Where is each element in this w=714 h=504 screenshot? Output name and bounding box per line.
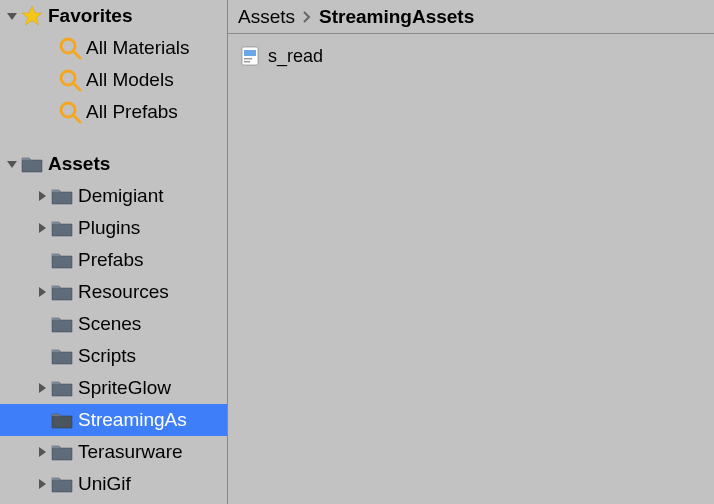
assets-item-label: SpriteGlow: [78, 377, 171, 399]
svg-marker-0: [7, 13, 17, 20]
folder-icon: [50, 344, 74, 368]
disclosure-down-icon[interactable]: [4, 156, 20, 172]
svg-line-5: [73, 83, 80, 90]
chevron-right-icon: [301, 11, 313, 23]
svg-marker-11: [39, 287, 46, 297]
folder-icon: [20, 152, 44, 176]
disclosure-down-icon[interactable]: [4, 8, 20, 24]
svg-marker-9: [39, 191, 46, 201]
disclosure-right-icon[interactable]: [34, 188, 50, 204]
folder-icon: [50, 216, 74, 240]
assets-item-label: UniGif: [78, 473, 131, 495]
assets-item-scenes[interactable]: Scenes: [0, 308, 227, 340]
file-item-label: s_read: [268, 46, 323, 67]
favorites-header[interactable]: Favorites: [0, 0, 227, 32]
folder-icon: [50, 376, 74, 400]
svg-marker-12: [39, 383, 46, 393]
disclosure-empty: [34, 252, 50, 268]
assets-item-label: Scripts: [78, 345, 136, 367]
svg-rect-17: [244, 58, 252, 60]
svg-marker-10: [39, 223, 46, 233]
assets-item-label: Prefabs: [78, 249, 143, 271]
assets-item-scripts[interactable]: Scripts: [0, 340, 227, 372]
breadcrumb: Assets StreamingAssets: [228, 0, 714, 34]
assets-item-demigiant[interactable]: Demigiant: [0, 180, 227, 212]
file-icon: [240, 46, 260, 66]
favorites-section: Favorites All Materials All Models All P…: [0, 0, 227, 128]
favorites-item-all-materials[interactable]: All Materials: [0, 32, 227, 64]
svg-rect-16: [244, 50, 256, 56]
svg-marker-8: [7, 161, 17, 168]
favorites-item-all-models[interactable]: All Models: [0, 64, 227, 96]
favorites-label: Favorites: [48, 5, 132, 27]
file-item-sread[interactable]: s_read: [240, 42, 702, 70]
assets-section: Assets Demigiant Plugins Prefabs Resourc…: [0, 148, 227, 500]
folder-icon: [50, 184, 74, 208]
folder-icon: [50, 248, 74, 272]
assets-item-plugins[interactable]: Plugins: [0, 212, 227, 244]
assets-item-label: Plugins: [78, 217, 140, 239]
star-icon: [20, 4, 44, 28]
assets-item-label: Terasurware: [78, 441, 183, 463]
svg-marker-1: [22, 6, 42, 25]
disclosure-right-icon[interactable]: [34, 220, 50, 236]
disclosure-empty: [34, 348, 50, 364]
favorites-item-label: All Models: [86, 69, 174, 91]
folder-icon: [50, 280, 74, 304]
breadcrumb-item-streamingassets[interactable]: StreamingAssets: [319, 6, 474, 28]
content-panel: Assets StreamingAssets s_read: [228, 0, 714, 504]
svg-line-3: [73, 51, 80, 58]
assets-item-label: Resources: [78, 281, 169, 303]
svg-rect-18: [244, 61, 250, 63]
breadcrumb-item-assets[interactable]: Assets: [238, 6, 295, 28]
svg-marker-14: [39, 479, 46, 489]
assets-header[interactable]: Assets: [0, 148, 227, 180]
project-sidebar: Favorites All Materials All Models All P…: [0, 0, 228, 504]
disclosure-empty: [34, 316, 50, 332]
disclosure-empty: [34, 412, 50, 428]
section-spacer: [0, 128, 227, 148]
assets-item-unigif[interactable]: UniGif: [0, 468, 227, 500]
assets-item-label: Scenes: [78, 313, 141, 335]
search-icon: [58, 36, 82, 60]
assets-item-spriteglow[interactable]: SpriteGlow: [0, 372, 227, 404]
assets-item-prefabs[interactable]: Prefabs: [0, 244, 227, 276]
disclosure-right-icon[interactable]: [34, 380, 50, 396]
assets-item-terasurware[interactable]: Terasurware: [0, 436, 227, 468]
folder-icon: [50, 408, 74, 432]
favorites-item-all-prefabs[interactable]: All Prefabs: [0, 96, 227, 128]
folder-icon: [50, 440, 74, 464]
disclosure-right-icon[interactable]: [34, 444, 50, 460]
assets-item-label: Demigiant: [78, 185, 164, 207]
assets-item-label: StreamingAs: [78, 409, 187, 431]
folder-icon: [50, 312, 74, 336]
search-icon: [58, 100, 82, 124]
search-icon: [58, 68, 82, 92]
folder-icon: [50, 472, 74, 496]
disclosure-right-icon[interactable]: [34, 476, 50, 492]
assets-label: Assets: [48, 153, 110, 175]
favorites-item-label: All Prefabs: [86, 101, 178, 123]
assets-item-streamingassets[interactable]: StreamingAs: [0, 404, 227, 436]
favorites-item-label: All Materials: [86, 37, 189, 59]
svg-line-7: [73, 115, 80, 122]
svg-marker-13: [39, 447, 46, 457]
file-list: s_read: [228, 34, 714, 504]
disclosure-right-icon[interactable]: [34, 284, 50, 300]
assets-item-resources[interactable]: Resources: [0, 276, 227, 308]
